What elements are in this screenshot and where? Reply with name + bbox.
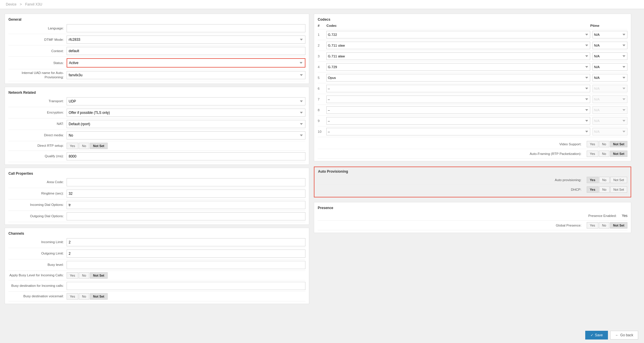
breadcrumb-device[interactable]: Device (6, 2, 17, 6)
codec-select-4[interactable]: G.729 (326, 63, 590, 71)
apply-busy-btn-group: Yes No Not Set (67, 272, 305, 279)
encryption-control: Offer if possible (TLS only) (67, 109, 305, 117)
busy-level-row: Busy level: (8, 259, 305, 271)
codec-select-9[interactable]: – (326, 117, 590, 125)
ringtime-input[interactable] (67, 190, 305, 198)
codec-ptime-9[interactable]: N/A (593, 117, 627, 125)
busy-level-input[interactable] (67, 261, 305, 269)
presence-section: Presence Presence Enabled: Yes Global Pr… (314, 202, 631, 233)
busy-dest-vm-control: Yes No Not Set (67, 293, 305, 300)
codec-select-2[interactable]: G.711 ulaw (326, 42, 590, 49)
direct-rtp-notset-button[interactable]: Not Set (90, 143, 108, 149)
codec-ptime-10[interactable]: N/A (593, 128, 627, 135)
language-input[interactable] (67, 24, 305, 32)
nat-select[interactable]: Default (rport) (67, 120, 305, 128)
codec-ptime-2[interactable]: N/A (593, 42, 627, 49)
outgoing-dial-control (67, 212, 305, 220)
global-presence-notset-button[interactable]: Not Set (610, 222, 628, 229)
video-support-notset-button[interactable]: Not Set (610, 141, 628, 147)
codecs-section: Codecs # Codec Ptime 1G.722N/A2G.711 ula… (314, 14, 631, 161)
outgoing-dial-label: Outgoing Dial Options: (8, 214, 67, 218)
busy-dest-vm-no-button[interactable]: No (79, 293, 89, 300)
busy-level-label: Busy level: (8, 263, 67, 267)
dtmf-row: DTMF Mode: rfc2833 (8, 34, 305, 45)
global-presence-no-button[interactable]: No (599, 222, 609, 229)
ringtime-label: Ringtime (sec): (8, 191, 67, 196)
context-input[interactable] (67, 47, 305, 55)
incoming-limit-row: Incoming Limit: (8, 237, 305, 248)
codec-ptime-1[interactable]: N/A (593, 31, 627, 38)
codec-select-3[interactable]: G.711 alaw (326, 52, 590, 60)
apply-busy-row: Apply Busy Level for Incoming Calls: Yes… (8, 271, 305, 280)
auto-framing-notset-button[interactable]: Not Set (610, 151, 628, 157)
codec-select-1[interactable]: G.722 (326, 31, 590, 38)
direct-rtp-no-button[interactable]: No (79, 143, 89, 149)
codec-num-2: 2 (318, 44, 326, 47)
auto-framing-yes-button[interactable]: Yes (587, 151, 598, 157)
auto-prov-label: Auto provisioning: (555, 178, 584, 182)
auto-framing-no-button[interactable]: No (599, 151, 609, 157)
codec-select-10[interactable]: – (326, 128, 590, 135)
codecs-title: Codecs (318, 15, 627, 23)
internal-uad-control: fanvilx3u (67, 71, 305, 79)
channels-section: Channels Incoming Limit: Outgoing Limit:… (5, 228, 309, 304)
busy-dest-vm-yes-button[interactable]: Yes (67, 293, 78, 300)
codec-ptime-4[interactable]: N/A (593, 63, 627, 71)
language-control (67, 24, 305, 32)
codec-ptime-6[interactable]: N/A (593, 85, 627, 92)
outgoing-dial-input[interactable] (67, 212, 305, 220)
codec-select-5[interactable]: Opus (326, 74, 590, 82)
video-support-no-button[interactable]: No (599, 141, 609, 147)
nat-row: NAT: Default (rport) (8, 119, 305, 130)
transport-select[interactable]: UDP (67, 97, 305, 105)
busy-dest-input[interactable] (67, 282, 305, 290)
codec-select-7[interactable]: – (326, 96, 590, 103)
global-presence-label: Global Presence: (556, 224, 584, 227)
apply-busy-no-button[interactable]: No (79, 272, 89, 279)
dhcp-notset-button[interactable]: Not Set (610, 186, 627, 193)
auto-prov-yes-button[interactable]: Yes (587, 177, 599, 183)
video-support-yes-button[interactable]: Yes (587, 141, 598, 147)
internal-uad-label: Internal UAD name for Auto-Provisioning: (8, 71, 67, 79)
presence-enabled-label: Presence Enabled: (588, 214, 620, 218)
auto-prov-notset-button[interactable]: Not Set (610, 177, 627, 183)
direct-media-control: No (67, 131, 305, 139)
context-control (67, 47, 305, 55)
codec-select-6[interactable]: – (326, 85, 590, 92)
qualify-label: Qualify (ms): (8, 154, 67, 158)
incoming-dial-input[interactable] (67, 201, 305, 209)
codec-ptime-8[interactable]: N/A (593, 106, 627, 114)
call-properties-title: Call Properties (8, 169, 305, 177)
direct-rtp-yes-button[interactable]: Yes (67, 143, 78, 149)
left-panel: General Language: DTMF Mode: rfc2833 Con… (5, 14, 309, 307)
dhcp-yes-button[interactable]: Yes (587, 186, 599, 193)
auto-prov-no-button[interactable]: No (599, 177, 610, 183)
codec-ptime-7[interactable]: N/A (593, 96, 627, 103)
area-code-row: Area Code: (8, 177, 305, 188)
codec-row-5: 5OpusN/A (318, 73, 627, 83)
global-presence-row: Global Presence: Yes No Not Set (318, 221, 627, 230)
internal-uad-select[interactable]: fanvilx3u (67, 71, 305, 79)
status-select[interactable]: Active Inactive (67, 59, 305, 67)
outgoing-limit-input[interactable] (67, 250, 305, 258)
apply-busy-yes-button[interactable]: Yes (67, 272, 78, 279)
encryption-select[interactable]: Offer if possible (TLS only) (67, 109, 305, 117)
dhcp-no-button[interactable]: No (599, 186, 610, 193)
area-code-input[interactable] (67, 178, 305, 186)
global-presence-yes-button[interactable]: Yes (587, 222, 598, 229)
direct-rtp-row: Direct RTP setup: Yes No Not Set (8, 141, 305, 151)
dhcp-btn-group: Yes No Not Set (587, 186, 627, 193)
direct-media-row: Direct media: No (8, 130, 305, 141)
busy-dest-vm-notset-button[interactable]: Not Set (90, 293, 108, 300)
apply-busy-notset-button[interactable]: Not Set (90, 272, 108, 279)
general-section: General Language: DTMF Mode: rfc2833 Con… (5, 14, 309, 84)
busy-dest-label: Busy destination for Incoming calls: (8, 284, 67, 288)
codec-ptime-3[interactable]: N/A (593, 52, 627, 60)
qualify-input[interactable] (67, 152, 305, 160)
incoming-limit-input[interactable] (67, 238, 305, 246)
direct-media-select[interactable]: No (67, 131, 305, 139)
codec-ptime-5[interactable]: N/A (593, 74, 627, 82)
dtmf-select[interactable]: rfc2833 (67, 36, 305, 44)
dhcp-label: DHCP: (571, 188, 584, 191)
codec-select-8[interactable]: – (326, 106, 590, 114)
